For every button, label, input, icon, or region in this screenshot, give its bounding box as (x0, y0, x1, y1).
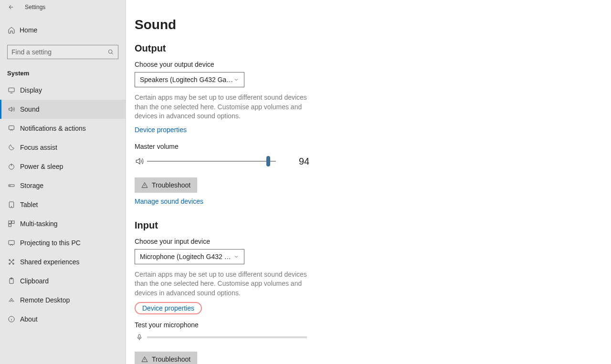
input-heading: Input (135, 220, 326, 231)
sidebar-item-label: Storage (20, 182, 43, 189)
input-section: Input Choose your input device Microphon… (135, 220, 326, 364)
output-device-properties-link[interactable]: Device properties (135, 126, 187, 134)
sidebar-item-label: About (20, 315, 38, 323)
svg-rect-19 (138, 334, 140, 338)
sidebar-category: System (7, 70, 126, 77)
svg-rect-2 (9, 126, 14, 130)
search-icon (107, 49, 114, 55)
master-volume-value: 94 (299, 156, 309, 167)
highlight-annotation: Device properties (135, 302, 202, 314)
sidebar-item-label: Projecting to this PC (20, 239, 81, 247)
input-device-dropdown[interactable]: Microphone (Logitech G432 Gami… (135, 249, 244, 264)
page-title: Sound (135, 17, 611, 32)
slider-thumb[interactable] (266, 156, 270, 166)
input-device-value: Microphone (Logitech G432 Gami… (140, 253, 233, 260)
master-volume-row: 94 (135, 156, 326, 167)
sidebar-item-label: Remote Desktop (20, 296, 70, 304)
sidebar-item-clipboard[interactable]: Clipboard (0, 271, 126, 291)
title-bar: Settings (0, 0, 126, 14)
input-device-properties-link[interactable]: Device properties (142, 304, 194, 312)
search-box[interactable] (7, 45, 118, 59)
sidebar-item-focus[interactable]: Focus assist (0, 138, 126, 157)
test-mic-label: Test your microphone (135, 321, 326, 329)
master-volume-slider[interactable] (147, 156, 276, 166)
sidebar-item-label: Power & sleep (20, 163, 63, 170)
app-title: Settings (25, 4, 45, 10)
chevron-down-icon (233, 254, 239, 260)
sidebar-item-storage[interactable]: Storage (0, 176, 126, 195)
input-help-text: Certain apps may be set up to use differ… (135, 270, 311, 298)
svg-rect-9 (12, 221, 14, 223)
sidebar-item-about[interactable]: About (0, 310, 126, 329)
sidebar-item-remote[interactable]: Remote Desktop (0, 291, 126, 310)
notifications-icon (7, 125, 16, 132)
projecting-icon (7, 239, 16, 247)
remote-icon (7, 296, 16, 304)
sidebar-item-label: Display (20, 86, 42, 94)
svg-rect-11 (9, 240, 14, 244)
sidebar-item-sound[interactable]: Sound (0, 100, 126, 119)
output-help-text: Certain apps may be set up to use differ… (135, 93, 311, 121)
output-troubleshoot-button[interactable]: Troubleshoot (135, 177, 197, 193)
svg-rect-8 (9, 221, 11, 223)
master-volume-label: Master volume (135, 143, 326, 150)
multitasking-icon (7, 220, 16, 228)
output-device-dropdown[interactable]: Speakers (Logitech G432 Gaming… (135, 72, 244, 87)
sidebar-item-label: Clipboard (20, 277, 49, 285)
warning-icon (141, 356, 148, 363)
display-icon (7, 86, 16, 94)
mic-test-row (135, 333, 326, 341)
sidebar-item-display[interactable]: Display (0, 81, 126, 100)
input-troubleshoot-button[interactable]: Troubleshoot (135, 352, 197, 364)
back-button[interactable] (6, 2, 15, 12)
sidebar-item-power[interactable]: Power & sleep (0, 157, 126, 176)
storage-icon (7, 182, 16, 189)
sidebar-item-tablet[interactable]: Tablet (0, 195, 126, 214)
sidebar-home[interactable]: Home (0, 20, 126, 40)
arrow-left-icon (7, 4, 14, 10)
moon-icon (7, 144, 16, 151)
sidebar-item-label: Tablet (20, 201, 38, 208)
about-icon (7, 315, 16, 323)
clipboard-icon (7, 277, 16, 285)
svg-point-7 (11, 206, 11, 207)
tablet-icon (7, 201, 16, 208)
svg-point-0 (108, 50, 112, 53)
chevron-down-icon (233, 77, 239, 83)
sidebar-item-label: Multi-tasking (20, 220, 58, 228)
sidebar-item-label: Focus assist (20, 144, 57, 151)
sound-icon (7, 105, 16, 113)
sidebar-item-multitask[interactable]: Multi-tasking (0, 214, 126, 233)
shared-icon (7, 258, 16, 266)
sidebar-home-label: Home (20, 26, 37, 34)
sidebar-item-notifications[interactable]: Notifications & actions (0, 119, 126, 138)
sidebar-item-label: Sound (20, 105, 39, 113)
slider-track (147, 161, 276, 162)
input-choose-label: Choose your input device (135, 238, 326, 245)
speaker-icon[interactable] (135, 156, 144, 166)
sidebar-item-label: Shared experiences (20, 258, 80, 266)
search-input[interactable] (11, 48, 107, 56)
svg-point-5 (10, 185, 10, 186)
home-icon (7, 26, 16, 34)
svg-rect-10 (9, 224, 11, 227)
output-manage-devices-link[interactable]: Manage sound devices (135, 198, 203, 205)
mic-level-bar (147, 336, 307, 338)
sidebar-item-label: Notifications & actions (20, 125, 86, 132)
sidebar: Settings Home System Display Sound Notif… (0, 0, 126, 364)
button-label: Troubleshoot (152, 355, 190, 363)
svg-rect-1 (9, 88, 14, 92)
sidebar-item-shared[interactable]: Shared experiences (0, 252, 126, 271)
output-choose-label: Choose your output device (135, 61, 326, 68)
microphone-icon (135, 333, 144, 341)
button-label: Troubleshoot (152, 181, 190, 189)
sidebar-item-projecting[interactable]: Projecting to this PC (0, 233, 126, 252)
warning-icon (141, 182, 148, 188)
output-heading: Output (135, 43, 326, 54)
content-pane: Sound Output Choose your output device S… (126, 0, 611, 364)
output-device-value: Speakers (Logitech G432 Gaming… (140, 76, 233, 83)
power-icon (7, 163, 16, 170)
output-section: Output Choose your output device Speaker… (135, 43, 326, 206)
